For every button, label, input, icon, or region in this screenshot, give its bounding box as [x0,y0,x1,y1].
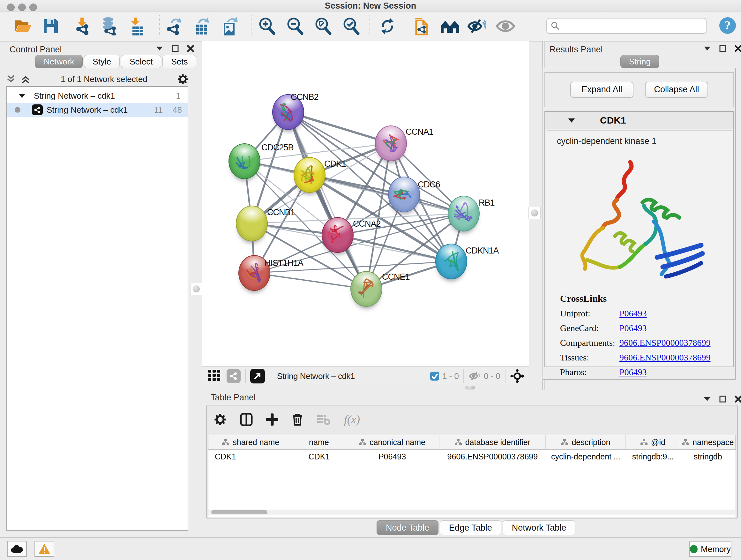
open-session-button[interactable] [11,15,35,37]
grid-view-button[interactable] [207,369,221,383]
column-header-@id[interactable]: @id [626,435,680,449]
import-network-from-database-button[interactable] [98,15,121,37]
table-row[interactable]: CDK1CDK1P064939606.ENSP00000378699cyclin… [208,450,736,463]
show-graphics-button[interactable] [494,15,517,37]
gene-section-header[interactable]: CDK1 [545,112,733,129]
import-network-button[interactable] [71,15,94,37]
panel-menu-icon[interactable] [703,396,711,401]
table-options-gear-icon[interactable] [214,413,226,426]
show-hide-button[interactable] [465,15,488,37]
network-tree: String Network – cdk1 1 String Network –… [6,86,188,531]
export-table-button[interactable] [190,15,213,37]
column-header-namespace[interactable]: namespace [680,435,736,449]
right-splitter-handle[interactable] [529,207,541,219]
table-cell[interactable]: CDK1 [293,450,345,463]
tab-select[interactable]: Select [121,55,161,68]
tab-sets[interactable]: Sets [162,55,196,68]
panel-menu-icon[interactable] [703,46,711,51]
birdseye-crosshair-icon[interactable] [510,369,525,383]
export-network-button[interactable] [162,15,185,37]
node-CDC6[interactable] [388,177,420,212]
panel-float-icon[interactable] [719,45,726,52]
zoom-selected-button[interactable] [340,15,362,37]
search-text-field[interactable] [560,21,706,31]
column-header-database-identifier[interactable]: database identifier [440,435,546,449]
delete-column-icon[interactable] [292,413,303,426]
collapse-all-button[interactable]: Collapse All [645,82,708,98]
zoom-in-button[interactable] [255,15,278,37]
node-table[interactable]: shared namenamecanonical namedatabase id… [208,435,736,517]
column-header-shared-name[interactable]: shared name [208,435,293,449]
expand-all-icon[interactable] [21,75,30,83]
node-CCNB1[interactable] [236,206,268,241]
panel-menu-icon[interactable] [156,46,163,51]
network-row-selected[interactable]: String Network – cdk1 11 48 [7,103,188,117]
tab-node-table[interactable]: Node Table [377,520,439,535]
network-options-gear-icon[interactable] [178,74,188,84]
toolbar-separator [403,15,403,37]
table-cell[interactable]: P06493 [345,450,439,463]
help-button[interactable]: ? [719,17,737,35]
warnings-button[interactable] [35,541,54,557]
save-session-button[interactable] [40,15,63,37]
column-header-canonical-name[interactable]: canonical name [345,435,439,449]
memory-button[interactable]: Memory [689,542,731,557]
cloud-status-button[interactable] [7,541,27,557]
column-header-name[interactable]: name [293,435,345,449]
table-cell[interactable]: CDK1 [208,450,293,463]
network-canvas[interactable]: CCNB2CCNA1CDC25BCDK1CDC6RB1CCNB1CCNA2CDK… [202,41,529,366]
tab-style[interactable]: Style [84,55,120,68]
apply-layout-button[interactable] [376,15,399,37]
table-cell[interactable]: 9606.ENSP00000378699 [440,450,546,463]
tree-expand-icon[interactable] [18,94,25,98]
node-CCNE1[interactable] [350,271,382,307]
panel-float-icon[interactable] [719,395,726,402]
selected-nodes-checkbox-icon[interactable] [429,371,440,381]
column-header-description[interactable]: description [546,435,626,449]
hidden-items-eye-icon[interactable] [468,371,481,381]
table-horizontal-scrollbar[interactable] [208,509,735,515]
node-CDKN1A[interactable] [435,244,467,279]
crosslink-link[interactable]: P06493 [619,323,647,333]
panel-close-icon[interactable] [735,395,741,402]
string-import-button[interactable] [411,15,434,37]
collapse-all-icon[interactable] [6,75,16,83]
panel-float-icon[interactable] [172,45,179,52]
tab-string[interactable]: String [620,55,659,68]
panel-close-icon[interactable] [735,45,741,52]
add-column-icon[interactable] [266,414,278,426]
node-CCNA1[interactable] [375,125,407,161]
export-image-button[interactable] [218,15,241,37]
node-RB1[interactable] [448,196,480,232]
tab-network[interactable]: Network [35,55,83,68]
import-table-button[interactable] [125,15,148,37]
string-home-button[interactable] [439,15,461,37]
bottom-splitter-handle[interactable] [465,386,475,389]
zoom-fit-button[interactable] [312,15,334,37]
show-columns-icon[interactable] [240,413,253,426]
crosslink-link[interactable]: 9606.ENSP00000378699 [619,353,711,363]
crosslink-link[interactable]: 9606.ENSP00000378699 [619,338,711,348]
node-CCNA2[interactable] [322,217,354,253]
table-cell[interactable]: stringdb:9... [626,450,680,463]
edge-HIST1H1A-CCNE1[interactable] [254,273,366,289]
table-cell[interactable]: stringdb [680,450,736,463]
detach-view-button[interactable] [250,369,265,383]
tab-edge-table[interactable]: Edge Table [440,520,501,535]
table-cell[interactable]: cyclin-dependent ... [546,450,626,463]
node-CDK1[interactable] [293,157,326,193]
node-CDC25B[interactable] [228,143,260,179]
crosslink-link[interactable]: P06493 [619,308,647,319]
network-overview-button[interactable] [226,369,241,383]
tab-network-table[interactable]: Network Table [502,520,576,535]
expand-all-button[interactable]: Expand All [570,82,633,98]
scrollbar-thumb[interactable] [211,510,267,514]
network-collection-row[interactable]: String Network – cdk1 1 [7,89,188,103]
edge-CCNA2-CDKN1A[interactable] [338,235,451,261]
crosslink-link[interactable]: P06493 [619,367,647,377]
left-splitter-handle[interactable] [190,283,202,295]
zoom-out-button[interactable] [283,15,307,37]
search-input[interactable] [546,18,706,34]
section-collapse-icon[interactable] [568,118,575,123]
panel-close-icon[interactable] [187,45,194,52]
